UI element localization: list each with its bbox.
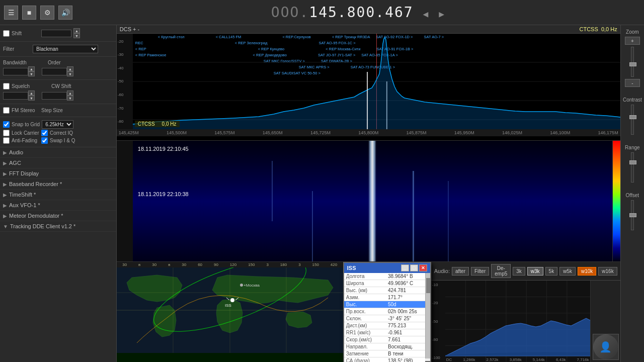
offset-slider-thumb[interactable] [629,213,636,217]
audio-btn-3k[interactable]: 3k [513,267,525,276]
plugin-aux-vfo[interactable]: ▶ Aux VFO-1 * [0,200,116,211]
contrast-slider-thumb[interactable] [629,115,636,119]
offset-slider-track[interactable] [631,200,634,230]
freq-nav-left[interactable]: ◀ [423,9,430,19]
hamburger-menu-icon[interactable]: ☰ [4,6,18,20]
waterfall-timestamp2: 18.11.2019 22:10:38 [138,191,189,197]
snap-to-grid-checkbox[interactable] [3,121,10,128]
anti-fading-checkbox[interactable] [3,137,10,144]
db-minus20: -20 [118,39,132,44]
squelch-checkbox[interactable] [3,83,10,89]
shift-input[interactable] [41,30,71,37]
svg-rect-7 [386,81,387,129]
bandwidth-up[interactable]: ▲ [28,66,35,71]
sidebar: Shift ▲ ▼ Filter Blackman Bandwidth Orde… [0,25,117,362]
audio-btn-w5k[interactable]: w5k [559,267,576,276]
audio-btn-filter[interactable]: Filter [471,267,489,276]
waterfall-timestamp1: 18.11.2019 22:10:45 [138,146,189,152]
sat-scrollbar[interactable] [425,273,430,358]
shift-spin-up[interactable]: ▲ [73,28,80,33]
ctcss-value: 0,0 Hz [601,26,617,32]
audio-btn-w10k[interactable]: w10k [578,267,596,276]
plugin-arrow-agc: ▶ [3,160,7,166]
audio-spectrum-inner: -10 -20 -50 -80 -100 [431,281,620,362]
plugin-label-meteor: Meteor Demodulator * [9,213,63,219]
audio-db-80: -80 [432,337,444,342]
plugin-timeshift[interactable]: ▶ TimeShift * [0,190,116,200]
plugin-meteor[interactable]: ▶ Meteor Demodulator * [0,211,116,221]
correct-iq-checkbox[interactable] [41,130,48,136]
range-slider-thumb[interactable] [629,160,636,164]
zoom-slider-track[interactable] [631,47,634,77]
audio-freq-labels: DC 1,286k 2,572k 3,858k 5,144k 6,43k 7,7… [445,357,590,362]
cw-shift-down[interactable]: ▼ [67,96,73,101]
filter-select[interactable]: Blackman [33,45,98,53]
plugin-audio[interactable]: ▶ Audio [0,147,116,158]
order-input[interactable]: 20 [42,68,67,75]
dcs-label: DCS + - [120,26,139,32]
waterfall-container[interactable]: 18.11.2019 22:10:45 18.11.2019 22:10:38 [117,141,620,261]
sat-row-4-highlight: Выс.50d [344,301,426,308]
audio-btn-5k[interactable]: 5k [545,267,558,276]
filter-section: Filter Blackman [0,42,116,57]
main-layout: Shift ▲ ▼ Filter Blackman Bandwidth Orde… [0,25,644,362]
squelch-up[interactable]: ▲ [28,90,35,96]
contrast-slider-track[interactable] [631,105,634,135]
zoom-down-button[interactable]: - [625,79,640,87]
audio-waveform-area: DC 1,286k 2,572k 3,858k 5,144k 6,43k 7,7… [445,281,590,362]
cw-shift-input[interactable]: 600 [42,92,67,100]
plugin-baseband[interactable]: ▶ Baseband Recorder * [0,179,116,190]
range-slider-track[interactable] [631,152,634,183]
waterfall-inner: 18.11.2019 22:10:45 18.11.2019 22:10:38 [117,141,620,261]
db-minus60: -60 [118,93,132,97]
order-up[interactable]: ▲ [67,66,73,71]
squelch-input[interactable]: 70 [3,92,28,100]
bandwidth-down[interactable]: ▼ [28,71,35,76]
plugin-label-baseband: Baseband Recorder * [9,181,62,187]
stop-icon[interactable]: ■ [22,6,36,20]
waterfall-display: 18.11.2019 22:10:45 18.11.2019 22:10:38 [133,141,612,261]
sat-maximize-button[interactable]: □ [410,264,418,272]
sat-scroll-thumb[interactable] [426,278,430,293]
plugin-arrow-meteor: ▶ [3,213,7,219]
toolbar: ☰ ■ ⚙ 🔊 OOO.145.800.467 ◀ ▶ [0,0,644,25]
ctcss-label: CTCSS [579,26,598,32]
audio-db-20: -20 [432,301,444,305]
ctcss-bottom-label: CTCSS 0,0 Hz [135,121,180,127]
audio-btn-w3k[interactable]: w3k [527,267,543,276]
bottom-area: 30в30в30609012015031803150420 [117,261,620,362]
squelch-down[interactable]: ▼ [28,96,35,101]
bandwidth-input[interactable]: 12500 [3,68,28,75]
zoom-up-button[interactable]: + [625,37,640,45]
audio-icon[interactable]: 🔊 [58,6,72,20]
ctcss-display: CTCSS 0,0 Hz [579,26,617,32]
lock-carrier-checkbox[interactable] [3,130,10,136]
settings-icon[interactable]: ⚙ [40,6,54,20]
plugin-agc[interactable]: ▶ AGC [0,158,116,168]
squelch-section: Squelch CW Shift 70 ▲ ▼ 600 ▲ ▼ [0,80,116,104]
swap-iq-checkbox[interactable] [41,137,48,144]
spectrum-container[interactable]: DCS + - CTCSS 0,0 Hz -20 -30 -40 -50 -60… [117,25,620,141]
audio-db-scale: -10 -20 -50 -80 -100 [431,281,445,362]
sat-minimize-button[interactable]: _ [401,264,409,272]
freq-label-1: 145,500M [167,130,187,135]
wf-signal-4 [272,161,273,221]
shift-spin-down[interactable]: ▼ [73,33,80,38]
snap-step-select[interactable]: 6.25kHz [42,120,73,129]
audio-btn-deemp5[interactable]: De-emp5 [491,264,511,278]
audio-btn-w16k[interactable]: w16k [598,267,617,276]
sat-close-button[interactable]: ✕ [419,264,427,272]
zoom-slider-thumb[interactable] [629,62,636,66]
cw-shift-up[interactable]: ▲ [67,90,73,96]
order-down[interactable]: ▼ [67,71,73,76]
sat-content: Долгота38.9684° В Широта49.9696° С Выс. … [344,273,430,358]
fm-stereo-checkbox[interactable] [3,107,10,114]
shift-checkbox[interactable] [3,30,10,37]
audio-btn-after[interactable]: after [452,267,469,276]
freq-nav-right[interactable]: ▶ [439,9,445,19]
plugin-fft[interactable]: ▶ FFT Display [0,168,116,179]
plugin-tracking[interactable]: ▼ Tracking DDE Client v1.2 * [0,221,116,232]
map-grid-labels: 30в30в30609012015031803150420 [117,262,343,267]
map-section[interactable]: 30в30в30609012015031803150420 [117,262,343,362]
bandwidth-section: Bandwidth Order 12500 ▲ ▼ 20 ▲ ▼ [0,57,116,80]
